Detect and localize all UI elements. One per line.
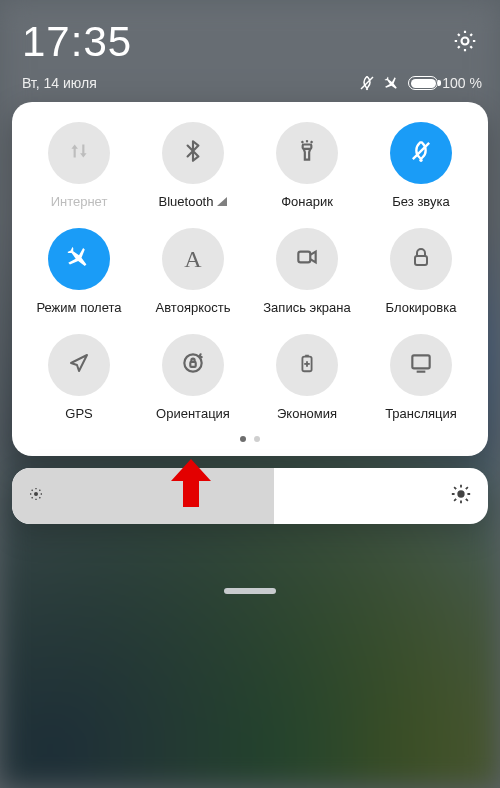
- svg-rect-3: [303, 145, 312, 149]
- location-arrow-icon: [67, 351, 91, 379]
- clock: 17:35: [22, 18, 478, 66]
- airplane-status-icon: [383, 74, 401, 92]
- battery-plus-icon: [296, 350, 318, 380]
- svg-line-33: [454, 487, 456, 489]
- tile-battery-saver[interactable]: Экономия: [250, 334, 364, 422]
- tile-label: Запись экрана: [263, 300, 350, 316]
- svg-rect-12: [190, 362, 195, 367]
- tile-label: Трансляция: [385, 406, 457, 422]
- svg-rect-10: [415, 256, 427, 265]
- tile-screen-record[interactable]: Запись экрана: [250, 228, 364, 316]
- video-camera-icon: [294, 244, 320, 274]
- svg-point-7: [419, 159, 422, 162]
- status-header: 17:35: [0, 0, 500, 72]
- tile-gps[interactable]: GPS: [22, 334, 136, 422]
- tile-label: Автояркость: [156, 300, 231, 316]
- svg-line-34: [466, 499, 468, 501]
- tile-label: Экономия: [277, 406, 337, 422]
- svg-line-26: [32, 497, 33, 498]
- tile-label: Фонарик: [281, 194, 333, 210]
- tile-internet[interactable]: Интернет: [22, 122, 136, 210]
- lock-icon: [409, 245, 433, 273]
- tile-mute[interactable]: Без звука: [364, 122, 478, 210]
- svg-rect-9: [298, 252, 310, 263]
- tile-label: GPS: [65, 406, 92, 422]
- tile-label: Блокировка: [386, 300, 457, 316]
- svg-point-0: [462, 38, 469, 45]
- svg-point-1: [366, 88, 368, 90]
- brightness-high-icon: [450, 483, 472, 509]
- page-indicator: [22, 422, 478, 448]
- status-subheader: Вт, 14 июля 100 %: [0, 72, 500, 102]
- flashlight-icon: [294, 138, 320, 168]
- drag-handle[interactable]: [224, 588, 276, 594]
- data-arrows-icon: [66, 138, 92, 168]
- bell-mute-icon: [407, 137, 435, 169]
- tile-label: Режим полета: [36, 300, 121, 316]
- cast-icon: [408, 350, 434, 380]
- page-dot: [254, 436, 260, 442]
- date: Вт, 14 июля: [22, 75, 97, 91]
- svg-point-19: [34, 492, 38, 496]
- brightness-slider[interactable]: [12, 468, 488, 524]
- tile-lock[interactable]: Блокировка: [364, 228, 478, 316]
- tile-airplane[interactable]: Режим полета: [22, 228, 136, 316]
- signal-icon: [217, 197, 227, 206]
- svg-line-36: [466, 487, 468, 489]
- tile-label: Без звука: [392, 194, 449, 210]
- letter-a-icon: A: [184, 246, 201, 273]
- svg-line-27: [39, 490, 40, 491]
- tile-bluetooth[interactable]: Bluetooth: [136, 122, 250, 210]
- tile-flashlight[interactable]: Фонарик: [250, 122, 364, 210]
- page-dot-active: [240, 436, 246, 442]
- tile-label: Ориентация: [156, 406, 230, 422]
- orientation-lock-icon: [180, 350, 206, 380]
- svg-rect-14: [305, 355, 309, 357]
- brightness-fill: [12, 468, 274, 524]
- svg-rect-17: [412, 355, 429, 368]
- tile-label: Интернет: [51, 194, 108, 210]
- svg-line-5: [302, 141, 304, 143]
- quick-settings-panel: Интернет Bluetooth Фонарик: [12, 102, 488, 456]
- brightness-low-icon: [28, 486, 44, 506]
- airplane-icon: [65, 243, 93, 275]
- settings-icon[interactable]: [452, 28, 478, 54]
- svg-line-25: [39, 497, 40, 498]
- tile-auto-brightness[interactable]: A Автояркость: [136, 228, 250, 316]
- svg-line-24: [32, 490, 33, 491]
- svg-point-28: [457, 490, 464, 497]
- bluetooth-icon: [180, 138, 206, 168]
- svg-line-35: [454, 499, 456, 501]
- battery-indicator: 100 %: [408, 75, 482, 91]
- tile-label: Bluetooth: [159, 194, 228, 210]
- tile-orientation[interactable]: Ориентация: [136, 334, 250, 422]
- svg-line-6: [311, 141, 313, 143]
- tile-cast[interactable]: Трансляция: [364, 334, 478, 422]
- mute-status-icon: [358, 74, 376, 92]
- battery-percent: 100 %: [442, 75, 482, 91]
